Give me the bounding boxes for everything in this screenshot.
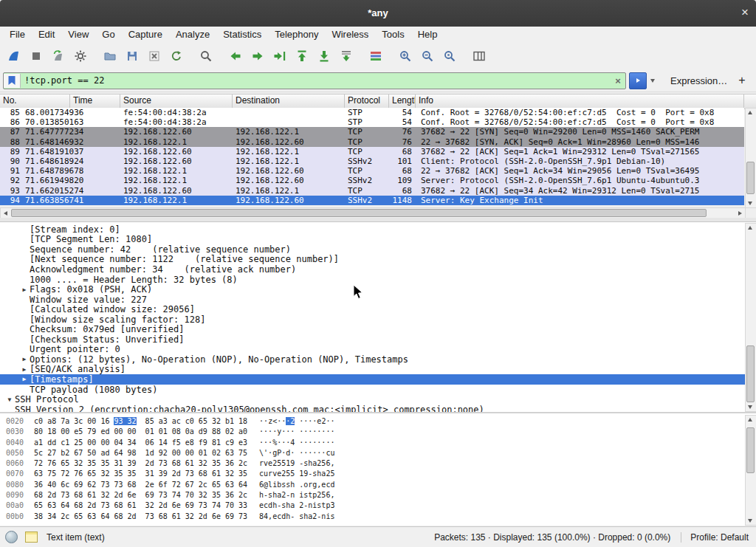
detail-line[interactable]: [Next sequence number: 1122 (relative se…: [0, 255, 756, 265]
scroll-up-arrow-icon[interactable]: [748, 111, 752, 114]
scrollbar-thumb[interactable]: [746, 162, 755, 194]
detail-line[interactable]: [Window size scaling factor: 128]: [0, 314, 756, 325]
scroll-left-arrow-icon[interactable]: [4, 211, 7, 216]
detail-line[interactable]: Window size value: 227: [0, 295, 756, 305]
zoom-in-button[interactable]: [394, 45, 416, 67]
detail-line[interactable]: [Checksum Status: Unverified]: [0, 334, 756, 345]
hex-row[interactable]: 00505c 27 b2 67 50 ad 64 98 1d 92 00 00 …: [0, 449, 756, 459]
scroll-up-arrow-icon[interactable]: [748, 418, 752, 422]
menu-analyze[interactable]: Analyze: [169, 27, 216, 43]
detail-line-seq-ack[interactable]: ▶[SEQ/ACK analysis]: [0, 365, 756, 375]
packet-row-88[interactable]: 8871.648146932192.168.122.1192.168.122.6…: [0, 137, 744, 147]
packet-list-vscrollbar[interactable]: [745, 108, 756, 208]
menu-file[interactable]: File: [3, 27, 32, 43]
zoom-out-button[interactable]: [416, 45, 439, 67]
hex-row[interactable]: 0040a1 dd c1 25 00 00 04 34 06 14 f5 e8 …: [0, 438, 756, 449]
packet-row-87[interactable]: 8771.647777234192.168.122.60192.168.122.…: [0, 127, 744, 137]
scrollbar-thumb[interactable]: [746, 427, 755, 473]
stop-capture-button[interactable]: [25, 45, 47, 67]
detail-line[interactable]: [TCP Segment Len: 1080]: [0, 235, 756, 245]
detail-line[interactable]: SSH Version 2 (encryption:chacha20-poly1…: [0, 405, 756, 412]
packet-row-92[interactable]: 9271.661949820192.168.122.1192.168.122.6…: [0, 176, 744, 185]
scroll-down-arrow-icon[interactable]: [748, 519, 752, 523]
menu-go[interactable]: Go: [95, 27, 121, 43]
start-capture-button[interactable]: [3, 45, 25, 67]
detail-line-timestamps-selected[interactable]: ▶[Timestamps]: [0, 374, 756, 385]
filter-clear-icon[interactable]: ×: [611, 75, 625, 86]
add-filter-button[interactable]: +: [734, 74, 750, 87]
packet-row-91[interactable]: 9171.648789678192.168.122.1192.168.122.6…: [0, 166, 744, 176]
packet-row-86[interactable]: 8670.013850163fe:54:00:d4:38:2aSTP54Conf…: [0, 117, 744, 127]
status-profile[interactable]: Profile: Default: [681, 532, 749, 543]
hex-row[interactable]: 0020c0 a8 7a 3c 00 16 93 32 85 a3 ac c0 …: [0, 417, 756, 427]
save-file-button[interactable]: [121, 45, 143, 67]
apply-filter-button[interactable]: [629, 72, 647, 89]
window-close-button[interactable]: ×: [741, 0, 749, 25]
packet-row-85[interactable]: 8568.001734936fe:54:00:d4:38:2aSTP54Conf…: [0, 108, 744, 117]
filter-value[interactable]: !tcp.port == 22: [21, 75, 611, 86]
capture-comment-icon[interactable]: [25, 531, 38, 543]
detail-line[interactable]: Sequence number: 42 (relative sequence n…: [0, 244, 756, 255]
filter-dropdown-button[interactable]: [647, 73, 659, 89]
reload-file-button[interactable]: [165, 45, 188, 67]
detail-line[interactable]: Urgent pointer: 0: [0, 345, 756, 355]
col-length[interactable]: Length: [389, 94, 416, 109]
scroll-down-arrow-icon[interactable]: [748, 405, 752, 409]
detail-line[interactable]: 1000 .... = Header Length: 32 bytes (8): [0, 275, 756, 285]
hex-row[interactable]: 006072 76 65 32 35 35 31 39 2d 73 68 61 …: [0, 459, 756, 469]
packet-row-93[interactable]: 9371.662015274192.168.122.60192.168.122.…: [0, 186, 744, 196]
col-protocol[interactable]: Protocol: [345, 94, 389, 109]
col-destination[interactable]: Destination: [233, 94, 345, 109]
detail-line[interactable]: Acknowledgment number: 34 (relative ack …: [0, 264, 756, 275]
expander-icon[interactable]: ▶: [19, 286, 30, 293]
restart-capture-button[interactable]: [47, 45, 69, 67]
details-vscrollbar[interactable]: [745, 223, 756, 412]
col-info[interactable]: Info: [416, 94, 744, 109]
detail-line[interactable]: Checksum: 0x79ed [unverified]: [0, 324, 756, 334]
packet-row-94-selected[interactable]: 9471.663856741192.168.122.1192.168.122.6…: [0, 196, 744, 205]
capture-options-button[interactable]: [69, 45, 92, 67]
scroll-up-arrow-icon[interactable]: [748, 226, 752, 230]
packet-row-89[interactable]: 8971.648191037192.168.122.60192.168.122.…: [0, 147, 744, 156]
hex-row[interactable]: 009068 2d 73 68 61 32 2d 6e 69 73 74 70 …: [0, 491, 756, 501]
go-to-packet-button[interactable]: [269, 45, 291, 67]
expert-info-icon[interactable]: [5, 531, 18, 543]
zoom-original-button[interactable]: [439, 45, 461, 67]
detail-line-ssh-protocol[interactable]: ▼SSH Protocol: [0, 394, 756, 405]
menu-statistics[interactable]: Statistics: [216, 27, 268, 43]
menu-edit[interactable]: Edit: [32, 27, 61, 43]
colorize-packets-button[interactable]: [365, 45, 387, 67]
detail-line-options[interactable]: ▶Options: (12 bytes), No-Operation (NOP)…: [0, 354, 756, 365]
close-file-button[interactable]: [143, 45, 165, 67]
menu-capture[interactable]: Capture: [122, 27, 169, 43]
menu-tools[interactable]: Tools: [375, 27, 410, 43]
detail-line[interactable]: [Calculated window size: 29056]: [0, 304, 756, 314]
find-packet-button[interactable]: [195, 45, 217, 67]
menu-help[interactable]: Help: [411, 27, 444, 43]
packet-row-90[interactable]: 9071.648618924192.168.122.60192.168.122.…: [0, 156, 744, 166]
titlebar[interactable]: *any ×: [0, 0, 756, 27]
scroll-down-arrow-icon[interactable]: [748, 202, 752, 205]
filter-bookmark-icon[interactable]: [4, 74, 21, 88]
col-time[interactable]: Time: [70, 94, 120, 109]
expression-button[interactable]: Expression…: [670, 75, 727, 86]
col-no[interactable]: No.: [0, 94, 70, 109]
go-forward-button[interactable]: [247, 45, 269, 67]
hex-row[interactable]: 00b038 34 2c 65 63 64 68 2d 73 68 61 32 …: [0, 512, 756, 523]
bytes-vscrollbar[interactable]: [745, 415, 756, 526]
menu-telephony[interactable]: Telephony: [268, 27, 325, 43]
detail-line-flags[interactable]: ▶Flags: 0x018 (PSH, ACK): [0, 284, 756, 295]
scrollbar-thumb[interactable]: [11, 209, 707, 217]
hex-row[interactable]: 00a065 63 64 68 2d 73 68 61 32 2d 6e 69 …: [0, 501, 756, 512]
expander-icon[interactable]: ▶: [19, 376, 30, 382]
go-back-button[interactable]: [224, 45, 247, 67]
menu-view[interactable]: View: [61, 27, 95, 43]
col-source[interactable]: Source: [120, 94, 233, 109]
display-filter-input[interactable]: !tcp.port == 22 ×: [3, 72, 626, 89]
open-file-button[interactable]: [99, 45, 121, 67]
detail-line[interactable]: TCP payload (1080 bytes): [0, 385, 756, 395]
hex-row[interactable]: 003080 18 00 e5 79 ed 00 00 01 01 08 0a …: [0, 427, 756, 438]
expander-icon[interactable]: ▶: [19, 356, 30, 362]
expander-icon[interactable]: ▼: [4, 396, 15, 403]
detail-line[interactable]: [Stream index: 0]: [0, 224, 756, 235]
